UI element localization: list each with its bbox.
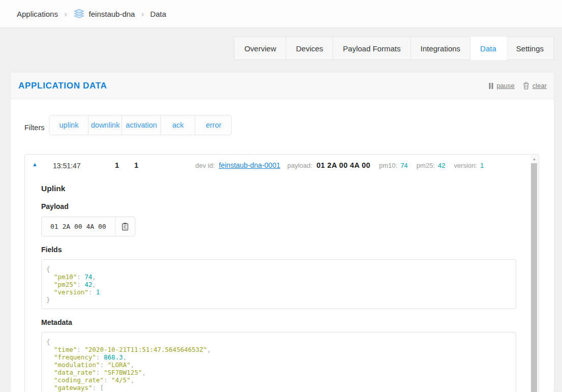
application-data-header: APPLICATION DATA pause <box>11 73 554 99</box>
uplink-title: Uplink <box>41 184 516 193</box>
pause-icon <box>489 83 493 89</box>
message-detail: Uplink Payload 01 2A 00 4A 00 <box>25 177 539 392</box>
application-data-card: APPLICATION DATA pause <box>11 73 554 392</box>
payload-box: 01 2A 00 4A 00 <box>41 217 135 236</box>
version-label: version: <box>454 162 477 169</box>
filters-row: Filters uplink downlink activation ack e… <box>24 99 540 135</box>
device-link[interactable]: feinstaub-dna-0001 <box>219 161 280 169</box>
trash-icon <box>523 82 529 89</box>
pause-label: pause <box>496 82 514 89</box>
breadcrumb: Applications › feinstaub-dna › Data <box>17 9 166 19</box>
fields-section-title: Fields <box>41 246 516 254</box>
pm25-value: 42 <box>438 162 445 169</box>
filters-label: Filters <box>24 124 44 132</box>
dev-id-label: dev id: <box>195 162 215 169</box>
fields-json: { "pm10": 74, "pm25": 42, "version": 1} <box>41 259 516 309</box>
clipboard-icon <box>122 222 129 231</box>
tab-settings[interactable]: Settings <box>507 37 554 60</box>
pause-button[interactable]: pause <box>489 82 514 89</box>
message-summary: dev id: feinstaub-dna-0001 payload: 01 2… <box>195 161 484 169</box>
filter-group: uplink downlink activation ack error <box>49 115 232 135</box>
message-row[interactable]: ▲ 13:51:47 1 1 dev id: feinstaub-dna-000… <box>25 155 539 177</box>
version-value: 1 <box>480 162 484 169</box>
scrollbar-thumb[interactable] <box>531 163 537 392</box>
filter-activation[interactable]: activation <box>122 115 160 135</box>
clear-label: clear <box>533 82 547 89</box>
metadata-json: { "time": "2020-10-21T11:51:47.564564653… <box>41 332 516 392</box>
tab-payload-formats[interactable]: Payload Formats <box>333 37 410 60</box>
chevron-right-icon: › <box>64 9 67 18</box>
breadcrumb-applications[interactable]: Applications <box>17 10 58 18</box>
collapse-arrow-icon[interactable]: ▲ <box>32 161 38 167</box>
copy-payload-button[interactable] <box>115 217 135 236</box>
payload-value: 01 2A 00 4A 00 <box>42 217 115 236</box>
breadcrumb-data[interactable]: Data <box>150 10 166 18</box>
top-bar: Applications › feinstaub-dna › Data <box>0 0 562 28</box>
pm10-label: pm10: <box>379 162 397 169</box>
message-port: 1 <box>134 161 150 169</box>
metadata-section-title: Metadata <box>41 318 516 326</box>
filter-uplink[interactable]: uplink <box>49 115 88 135</box>
tab-integrations[interactable]: Integrations <box>411 37 470 60</box>
scroll-up-button[interactable]: ▲ <box>530 155 538 163</box>
application-data-body: Filters uplink downlink activation ack e… <box>11 99 554 392</box>
filter-downlink[interactable]: downlink <box>88 115 122 135</box>
payload-label: payload: <box>287 162 312 169</box>
message-time: 13:51:47 <box>53 162 81 170</box>
breadcrumb-application-label: feinstaub-dna <box>89 10 135 18</box>
application-layers-icon <box>73 9 85 19</box>
application-tabs: Overview Devices Payload Formats Integra… <box>234 37 554 60</box>
payload-hex: 01 2A 00 4A 00 <box>316 161 370 169</box>
pm10-value: 74 <box>400 162 407 169</box>
pm25-label: pm25: <box>417 162 435 169</box>
message-counter: 1 <box>99 161 119 169</box>
breadcrumb-application[interactable]: feinstaub-dna <box>73 9 135 19</box>
payload-section-title: Payload <box>41 202 516 210</box>
chevron-right-icon: › <box>141 9 144 18</box>
data-list-panel: ▲ 13:51:47 1 1 dev id: feinstaub-dna-000… <box>24 154 539 392</box>
page: Applications › feinstaub-dna › Data <box>0 0 562 392</box>
page-title: APPLICATION DATA <box>18 81 107 91</box>
clear-button[interactable]: clear <box>523 82 547 89</box>
tab-data[interactable]: Data <box>470 37 507 60</box>
filter-error[interactable]: error <box>195 115 231 135</box>
filter-ack[interactable]: ack <box>160 115 195 135</box>
tab-devices[interactable]: Devices <box>286 37 333 60</box>
header-actions: pause clear <box>489 82 547 89</box>
scrollbar[interactable]: ▲ <box>530 155 538 392</box>
tab-overview[interactable]: Overview <box>234 37 286 60</box>
